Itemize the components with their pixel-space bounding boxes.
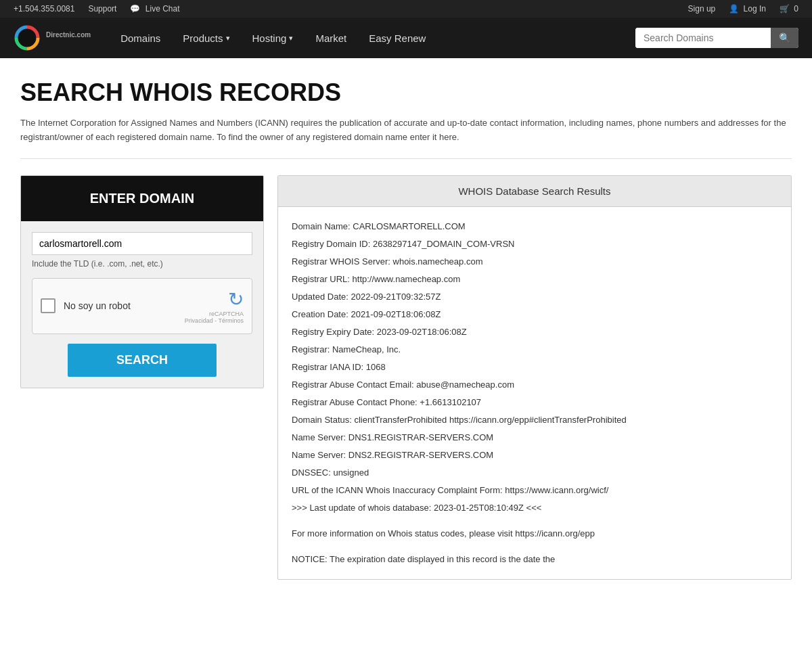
domain-hint: Include the TLD (i.e. .com, .net, etc.) [32,259,252,269]
whois-line: Registrar WHOIS Server: whois.namecheap.… [292,253,777,271]
nav-products[interactable]: Products [173,27,239,49]
right-panel: WHOIS Database Search Results Domain Nam… [277,175,792,580]
cart-icon: 🛒 [780,4,790,14]
captcha-right: ↻ reCAPTCHA Privacidad - Términos [185,288,244,324]
recaptcha-icon: ↻ [185,288,244,311]
page-content: SEARCH WHOIS RECORDS The Internet Corpor… [7,58,805,600]
whois-line: Registrar: NameCheap, Inc. [292,341,777,359]
recaptcha-links: Privacidad - Términos [185,317,244,324]
signup-link[interactable]: Sign up [688,4,716,14]
login-link[interactable]: 👤 Log In [729,4,766,14]
page-title: SEARCH WHOIS RECORDS [20,78,792,107]
search-icon-button[interactable]: 🔍 [771,28,798,48]
nav-market[interactable]: Market [306,27,356,49]
enter-domain-header: ENTER DOMAIN [21,176,263,221]
whois-line: URL of the ICANN Whois Inaccuracy Compla… [292,482,777,499]
whois-line: Creation Date: 2021-09-02T18:06:08Z [292,306,777,323]
whois-line: Domain Name: CARLOSMARTORELL.COM [292,218,777,235]
whois-line: Name Server: DNS2.REGISTRAR-SERVERS.COM [292,446,777,464]
chat-icon: 💬 [130,4,140,14]
whois-line: DNSSEC: unsigned [292,464,777,482]
nav-hosting[interactable]: Hosting [243,27,303,49]
left-panel: ENTER DOMAIN Include the TLD (i.e. .com,… [20,175,264,388]
cart-link[interactable]: 🛒 0 [780,4,798,14]
user-icon: 👤 [729,4,739,14]
captcha-box: No soy un robot ↻ reCAPTCHA Privacidad -… [32,278,252,334]
logo-text: Directnic.com [46,29,91,47]
whois-line: Registrar IANA ID: 1068 [292,359,777,376]
results-header: WHOIS Database Search Results [278,176,791,207]
whois-line: For more information on Whois status cod… [292,525,777,543]
captcha-checkbox[interactable] [41,298,55,313]
recaptcha-brand: reCAPTCHA [185,311,244,317]
whois-line: Registry Domain ID: 2638297147_DOMAIN_CO… [292,235,777,253]
page-description: The Internet Corporation for Assigned Na… [20,116,792,159]
whois-line: NOTICE: The expiration date displayed in… [292,551,777,568]
logo[interactable]: Directnic.com [14,24,91,51]
nav-easy-renew[interactable]: Easy Renew [359,27,435,49]
whois-line: Name Server: DNS1.REGISTRAR-SERVERS.COM [292,429,777,446]
support-link[interactable]: Support [88,4,116,14]
phone-number: +1.504.355.0081 [14,4,74,14]
whois-line: Registrar URL: http://www.namecheap.com [292,271,777,288]
whois-line: Registry Expiry Date: 2023-09-02T18:06:0… [292,323,777,341]
livechat-link[interactable]: 💬 Live Chat [130,4,179,14]
left-panel-body: Include the TLD (i.e. .com, .net, etc.) … [21,221,263,388]
search-input[interactable] [635,28,771,48]
whois-line: Registrar Abuse Contact Phone: +1.661310… [292,394,777,411]
whois-line: Domain Status: clientTransferProhibited … [292,411,777,429]
whois-line: Updated Date: 2022-09-21T09:32:57Z [292,288,777,306]
domain-input[interactable] [32,232,252,255]
nav-links: Domains Products Hosting Market Easy Ren… [111,27,635,49]
captcha-label: No soy un robot [64,300,131,311]
whois-line: >>> Last update of whois database: 2023-… [292,499,777,517]
captcha-left: No soy un robot [41,298,131,313]
search-button[interactable]: SEARCH [68,344,217,377]
nav-search: 🔍 [635,28,798,48]
main-columns: ENTER DOMAIN Include the TLD (i.e. .com,… [20,175,792,580]
navbar: Directnic.com Domains Products Hosting M… [0,18,812,58]
top-bar: +1.504.355.0081 Support 💬 Live Chat Sign… [0,0,812,18]
whois-line: Registrar Abuse Contact Email: abuse@nam… [292,376,777,394]
nav-domains[interactable]: Domains [111,27,170,49]
results-body: Domain Name: CARLOSMARTORELL.COMRegistry… [278,207,791,579]
